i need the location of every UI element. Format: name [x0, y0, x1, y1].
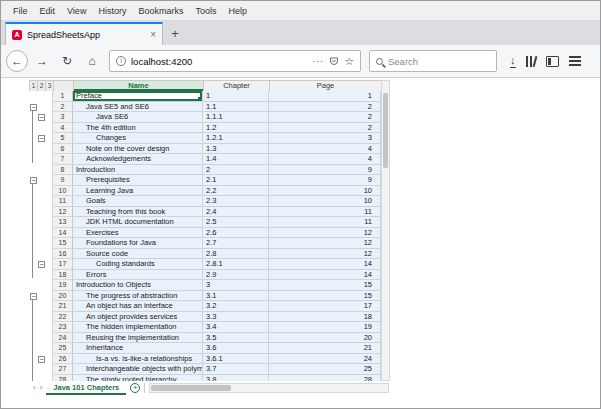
cell-page[interactable]: 4: [269, 144, 381, 155]
cell-name[interactable]: Prerequisites: [73, 175, 203, 186]
row-header[interactable]: 13: [53, 217, 73, 228]
menu-help[interactable]: Help: [222, 4, 253, 18]
cell-chapter[interactable]: 2.3: [203, 196, 269, 207]
row-header[interactable]: 1: [53, 91, 73, 102]
sheet-tab-java-101-chapters[interactable]: Java 101 Chapters: [46, 381, 126, 395]
cell-name[interactable]: The singly rooted hierarchy: [73, 375, 203, 382]
horizontal-scrollbar[interactable]: [149, 383, 389, 393]
search-input[interactable]: Search: [369, 50, 497, 72]
cell-chapter[interactable]: 1.4: [203, 154, 269, 165]
menu-view[interactable]: View: [61, 4, 92, 18]
cell-chapter[interactable]: 3.4: [203, 322, 269, 333]
collapse-button[interactable]: −: [30, 293, 37, 300]
collapse-button[interactable]: −: [30, 104, 37, 111]
cell-chapter[interactable]: 2.7: [203, 238, 269, 249]
sheet-tab-next-icon[interactable]: ›: [40, 382, 43, 394]
cell-page[interactable]: 17: [269, 301, 381, 312]
row-header[interactable]: 8: [53, 165, 73, 176]
row-header[interactable]: 17: [53, 259, 73, 270]
cell-page[interactable]: 11: [269, 217, 381, 228]
cell-name[interactable]: Changes: [73, 133, 203, 144]
cell-chapter[interactable]: 1.1.1: [203, 112, 269, 123]
row-header[interactable]: 23: [53, 322, 73, 333]
back-button[interactable]: ←: [6, 50, 28, 72]
cell-name[interactable]: Reusing the implementation: [73, 333, 203, 344]
row-header[interactable]: 14: [53, 228, 73, 239]
cell-name[interactable]: Exercises: [73, 228, 203, 239]
row-header[interactable]: 26: [53, 354, 73, 365]
cell-chapter[interactable]: 2.1: [203, 175, 269, 186]
cell-chapter[interactable]: 2.6: [203, 228, 269, 239]
row-header[interactable]: 12: [53, 207, 73, 218]
cell-chapter[interactable]: 3.6.1: [203, 354, 269, 365]
cell-page[interactable]: 10: [269, 196, 381, 207]
cell-page[interactable]: 12: [269, 249, 381, 260]
row-header[interactable]: 19: [53, 280, 73, 291]
menu-edit[interactable]: Edit: [34, 4, 62, 18]
cell-page[interactable]: 18: [269, 312, 381, 323]
row-header[interactable]: 27: [53, 364, 73, 375]
row-header[interactable]: 10: [53, 186, 73, 197]
cell-page[interactable]: 11: [269, 207, 381, 218]
cell-page[interactable]: 2: [269, 123, 381, 134]
cell-page[interactable]: 12: [269, 238, 381, 249]
vertical-scrollbar[interactable]: [381, 80, 390, 381]
cell-page[interactable]: 19: [269, 322, 381, 333]
tab-close-icon[interactable]: ×: [150, 29, 156, 40]
cell-chapter[interactable]: 3.6: [203, 343, 269, 354]
url-bar[interactable]: i localhost:4200 ··· ☆: [109, 50, 361, 72]
collapse-button[interactable]: −: [38, 261, 45, 268]
cell-name[interactable]: Teaching from this book: [73, 207, 203, 218]
cell-page[interactable]: 10: [269, 186, 381, 197]
cell-chapter[interactable]: 2.9: [203, 270, 269, 281]
cell-page[interactable]: 4: [269, 154, 381, 165]
cell-name[interactable]: Inheritance: [73, 343, 203, 354]
cell-page[interactable]: 12: [269, 228, 381, 239]
cell-chapter[interactable]: 1.3: [203, 144, 269, 155]
cell-name[interactable]: Source code: [73, 249, 203, 260]
cell-chapter[interactable]: 1.1: [203, 102, 269, 113]
collapse-button[interactable]: −: [38, 356, 45, 363]
cell-name[interactable]: Introduction to Objects: [73, 280, 203, 291]
cell-name[interactable]: Note on the cover design: [73, 144, 203, 155]
row-header[interactable]: 21: [53, 301, 73, 312]
cell-page[interactable]: 2: [269, 102, 381, 113]
cell-chapter[interactable]: 2.8.1: [203, 259, 269, 270]
row-header[interactable]: 3: [53, 112, 73, 123]
cell-page[interactable]: 21: [269, 343, 381, 354]
row-header[interactable]: 25: [53, 343, 73, 354]
row-header[interactable]: 7: [53, 154, 73, 165]
row-header[interactable]: 9: [53, 175, 73, 186]
cell-chapter[interactable]: 2.5: [203, 217, 269, 228]
row-header[interactable]: 20: [53, 291, 73, 302]
row-header[interactable]: 6: [53, 144, 73, 155]
page-actions-icon[interactable]: ···: [312, 56, 324, 66]
cell-name[interactable]: Coding standards: [73, 259, 203, 270]
add-sheet-button[interactable]: +: [130, 383, 140, 393]
cell-name[interactable]: JDK HTML documentation: [73, 217, 203, 228]
cell-name[interactable]: Preface: [73, 91, 203, 102]
cell-page[interactable]: 24: [269, 354, 381, 365]
cell-page[interactable]: 20: [269, 333, 381, 344]
cell-page[interactable]: 3: [269, 133, 381, 144]
collapse-button[interactable]: −: [38, 114, 45, 121]
horizontal-scrollbar-thumb[interactable]: [151, 385, 231, 391]
forward-button[interactable]: →: [31, 50, 53, 72]
row-header[interactable]: 4: [53, 123, 73, 134]
new-tab-button[interactable]: +: [163, 22, 187, 45]
row-header[interactable]: 18: [53, 270, 73, 281]
cell-page[interactable]: 28: [269, 375, 381, 382]
collapse-button[interactable]: −: [30, 177, 37, 184]
cell-page[interactable]: 25: [269, 364, 381, 375]
row-header[interactable]: 24: [53, 333, 73, 344]
cell-page[interactable]: 15: [269, 280, 381, 291]
cell-chapter[interactable]: 3.2: [203, 301, 269, 312]
row-header[interactable]: 28: [53, 375, 73, 382]
bookmark-star-icon[interactable]: ☆: [344, 55, 354, 68]
url-text[interactable]: localhost:4200: [131, 56, 307, 67]
browser-tab[interactable]: A SpreadSheetsApp ×: [5, 22, 163, 45]
row-header[interactable]: 5: [53, 133, 73, 144]
cell-page[interactable]: 15: [269, 291, 381, 302]
cell-chapter[interactable]: 1.2: [203, 123, 269, 134]
cell-name[interactable]: Java SE5 and SE6: [73, 102, 203, 113]
